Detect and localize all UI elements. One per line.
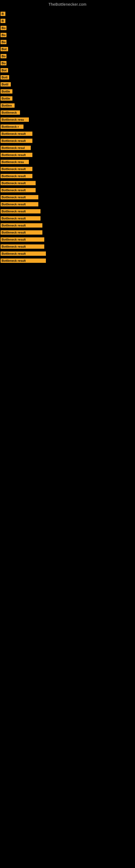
- list-item: Bottleneck result: [0, 229, 135, 236]
- list-item: Bottle: [0, 95, 135, 102]
- bottleneck-badge: Bottleneck result: [1, 209, 41, 214]
- bottleneck-badge: Bo: [1, 26, 6, 30]
- list-item: Bottleneck result: [0, 208, 135, 215]
- list-item: Bo: [0, 53, 135, 60]
- list-item: Bottleneck result: [0, 222, 135, 229]
- list-item: Bottleneck result: [0, 215, 135, 222]
- bottleneck-badge: Bo: [1, 61, 6, 65]
- list-item: Bo: [0, 60, 135, 67]
- bottleneck-badge: Bottleneck result: [1, 237, 44, 242]
- list-item: Bo: [0, 31, 135, 38]
- bottleneck-badge: Bottleneck result: [1, 188, 36, 192]
- bottleneck-badge: Bottleneck result: [1, 230, 42, 235]
- bottleneck-badge: Bottleneck r: [1, 124, 24, 129]
- list-item: Bottleneck result: [0, 165, 135, 173]
- bottleneck-badge: Bottle: [1, 89, 12, 94]
- list-item: Bott: [0, 74, 135, 81]
- bottleneck-badge: Bottleneck: [1, 111, 20, 115]
- bottleneck-badge: B: [1, 12, 5, 16]
- list-item: Bottleneck result: [0, 243, 135, 250]
- bottleneck-badge: Bottle: [1, 96, 12, 101]
- bottleneck-badge: Bo: [1, 33, 6, 37]
- list-item: Bottleneck: [0, 109, 135, 116]
- bottleneck-badge: Bottlen: [1, 103, 14, 108]
- list-item: B: [0, 18, 135, 24]
- list-item: Bot: [0, 67, 135, 74]
- bottleneck-badge: Bottl: [1, 82, 11, 87]
- list-item: Bottleneck result: [0, 130, 135, 137]
- list-item: Bottleneck result: [0, 257, 135, 264]
- bottleneck-badge: Bottleneck resu: [1, 118, 29, 122]
- list-item: Bo: [0, 38, 135, 45]
- bottleneck-badge: Bottleneck result: [1, 131, 32, 136]
- bottleneck-badge: Bottleneck result: [1, 216, 41, 220]
- bottleneck-badge: Bot: [1, 47, 8, 51]
- list-item: Bottleneck r: [0, 123, 135, 130]
- list-item: Bottleneck result: [0, 173, 135, 180]
- list-item: Bottleneck result: [0, 201, 135, 208]
- bottleneck-badge: Bottleneck result: [1, 181, 36, 185]
- bottleneck-badge: Bottleneck result: [1, 138, 32, 143]
- bottleneck-badge: Bottleneck result: [1, 195, 38, 199]
- list-item: Bottlen: [0, 102, 135, 109]
- list-item: Bottleneck result: [0, 194, 135, 201]
- bottleneck-badge: Bottleneck resu: [1, 160, 29, 164]
- bottleneck-badge: Bottleneck resul: [1, 146, 31, 150]
- bottleneck-badge: Bottleneck result: [1, 258, 46, 263]
- bottleneck-badge: Bottleneck result: [1, 153, 32, 157]
- list-item: Bottleneck result: [0, 180, 135, 187]
- list-item: Bottl: [0, 81, 135, 88]
- site-title: TheBottlenecker.com: [0, 0, 135, 8]
- bottleneck-badge: Bottleneck result: [1, 251, 46, 256]
- bottleneck-badge: Bo: [1, 40, 6, 44]
- list-item: Bottleneck resu: [0, 116, 135, 123]
- list-item: Bottleneck result: [0, 187, 135, 194]
- bottleneck-badge: Bott: [1, 75, 9, 80]
- bottleneck-badge: Bot: [1, 68, 8, 72]
- list-item: Bottleneck result: [0, 137, 135, 144]
- bottleneck-badge: Bottleneck result: [1, 244, 44, 249]
- list-item: Bottleneck result: [0, 236, 135, 243]
- list-item: Bottleneck result: [0, 151, 135, 158]
- list-item: Bottleneck resul: [0, 144, 135, 151]
- bottleneck-badge: Bottleneck result: [1, 202, 38, 207]
- list-item: Bot: [0, 45, 135, 53]
- bottleneck-badge: Bottleneck result: [1, 174, 32, 178]
- bottleneck-badge: Bottleneck result: [1, 223, 42, 227]
- bottleneck-badge: Bottleneck result: [1, 167, 32, 171]
- list-item: Bottleneck result: [0, 250, 135, 257]
- list-item: Bottle: [0, 88, 135, 95]
- list-item: Bo: [0, 24, 135, 31]
- list-item: Bottleneck resu: [0, 158, 135, 165]
- bottleneck-badge: B: [1, 19, 5, 23]
- bottleneck-badge: Bo: [1, 54, 6, 58]
- list-item: B: [0, 10, 135, 18]
